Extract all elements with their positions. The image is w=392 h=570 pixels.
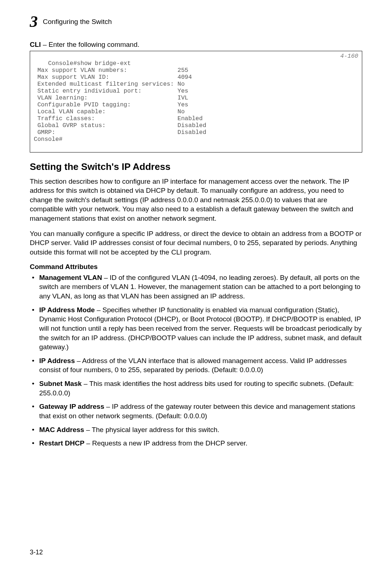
- attr-text: – The physical layer address for this sw…: [84, 426, 219, 433]
- cli-rest: – Enter the following command.: [41, 41, 139, 48]
- list-item: Restart DHCP – Requests a new IP address…: [39, 439, 362, 448]
- list-item: MAC Address – The physical layer address…: [39, 425, 362, 435]
- section-heading: Setting the Switch's IP Address: [30, 161, 362, 172]
- attr-text: – Address of the VLAN interface that is …: [39, 357, 347, 374]
- attr-name: Gateway IP address: [39, 403, 104, 410]
- attr-name: IP Address Mode: [39, 306, 95, 314]
- command-attributes-list: Management VLAN – ID of the configured V…: [30, 273, 362, 448]
- list-item: IP Address – Address of the VLAN interfa…: [39, 356, 362, 375]
- cli-intro: CLI – Enter the following command.: [30, 41, 362, 49]
- attr-text: – This mask identifies the host address …: [39, 380, 354, 397]
- cli-label: CLI: [30, 41, 41, 48]
- running-head: 3 Configuring the Switch: [30, 14, 362, 30]
- attr-name: Subnet Mask: [39, 380, 82, 387]
- code-page-ref: 4-160: [340, 53, 358, 60]
- attr-name: Restart DHCP: [39, 439, 85, 447]
- running-head-title: Configuring the Switch: [43, 18, 112, 26]
- command-attributes-heading: Command Attributes: [30, 263, 362, 271]
- list-item: Gateway IP address – IP address of the g…: [39, 402, 362, 420]
- code-text: Console#show bridge-ext Max support VLAN…: [34, 60, 206, 143]
- attr-name: MAC Address: [39, 426, 84, 433]
- attr-name: IP Address: [39, 357, 75, 365]
- list-item: Management VLAN – ID of the configured V…: [39, 273, 362, 301]
- page-number: 3-12: [30, 549, 43, 556]
- paragraph-2: You can manually configure a specific IP…: [30, 229, 362, 257]
- paragraph-1: This section describes how to configure …: [30, 177, 362, 223]
- attr-text: – Requests a new IP address from the DHC…: [85, 439, 248, 447]
- list-item: IP Address Mode – Specifies whether IP f…: [39, 305, 362, 352]
- cli-output-box: 4-160Console#show bridge-ext Max support…: [30, 51, 362, 152]
- attr-name: Management VLAN: [39, 274, 102, 281]
- chapter-number: 3: [30, 14, 38, 30]
- list-item: Subnet Mask – This mask identifies the h…: [39, 379, 362, 398]
